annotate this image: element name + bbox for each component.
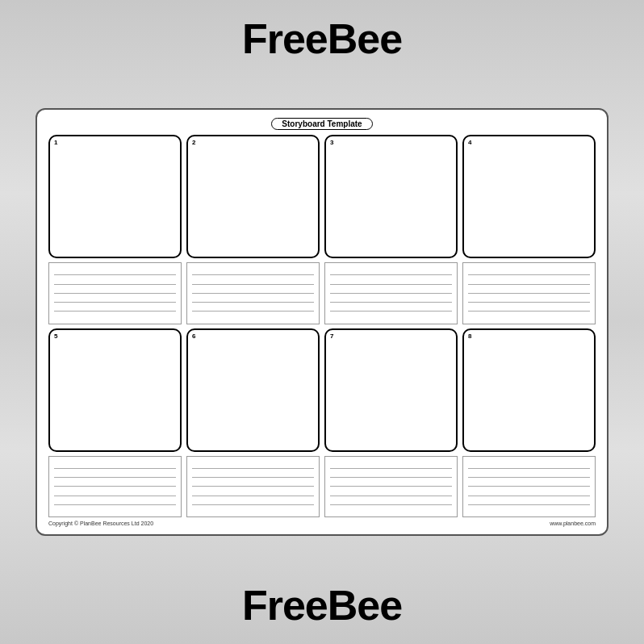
note-line <box>468 486 590 487</box>
note-line <box>54 496 176 496</box>
notes-cell-2 <box>186 262 320 324</box>
copyright-bar: Copyright © PlanBee Resources Ltd 2020 w… <box>48 519 596 528</box>
note-line <box>468 468 590 469</box>
note-line <box>468 302 590 303</box>
note-line <box>192 284 314 285</box>
frame-cell-7: 7 <box>324 328 458 452</box>
note-line <box>54 284 176 285</box>
frame-number-7: 7 <box>330 332 333 340</box>
note-line <box>54 486 176 487</box>
note-line <box>468 504 590 505</box>
note-line <box>468 311 590 312</box>
document-title: Storyboard Template <box>271 118 372 130</box>
frame-cell-3: 3 <box>324 135 458 258</box>
note-line <box>192 486 314 487</box>
notes-cell-1 <box>48 262 182 324</box>
notes-cell-6 <box>186 456 320 518</box>
note-line <box>330 274 452 275</box>
frame-number-5: 5 <box>54 332 57 340</box>
copyright-text: Copyright © PlanBee Resources Ltd 2020 <box>48 521 153 526</box>
note-line <box>330 284 452 285</box>
notes-cell-3 <box>324 262 458 324</box>
note-line <box>54 477 176 478</box>
note-line <box>330 486 452 487</box>
note-line <box>330 468 452 469</box>
storyboard-grid: 1 2 3 4 <box>48 135 596 528</box>
note-line <box>330 302 452 303</box>
notes-cell-7 <box>324 456 458 518</box>
note-line <box>330 311 452 312</box>
bottom-title: FreeBee <box>242 581 402 644</box>
note-line <box>192 274 314 275</box>
note-line <box>192 468 314 469</box>
frame-number-8: 8 <box>468 332 471 340</box>
frame-number-4: 4 <box>468 139 471 146</box>
frame-number-3: 3 <box>330 139 333 146</box>
frames-row-2: 5 6 7 8 <box>48 328 596 452</box>
note-line <box>192 496 314 496</box>
note-line <box>330 477 452 478</box>
note-line <box>192 302 314 303</box>
note-line <box>330 293 452 294</box>
website-text: www.planbee.com <box>550 521 596 526</box>
frame-cell-5: 5 <box>48 328 182 452</box>
note-line <box>468 293 590 294</box>
top-title: FreeBee <box>242 0 402 63</box>
document: Storyboard Template 1 2 3 4 <box>36 108 608 536</box>
frame-cell-2: 2 <box>186 135 320 258</box>
note-line <box>468 274 590 275</box>
note-line <box>330 504 452 505</box>
note-line <box>468 477 590 478</box>
notes-cell-4 <box>462 262 596 324</box>
frame-cell-8: 8 <box>462 328 596 452</box>
note-line <box>192 293 314 294</box>
notes-row-2 <box>48 456 596 518</box>
note-line <box>54 468 176 469</box>
note-line <box>54 274 176 275</box>
note-line <box>468 284 590 285</box>
note-line <box>192 477 314 478</box>
frame-cell-4: 4 <box>462 135 596 258</box>
note-line <box>468 496 590 496</box>
note-line <box>54 302 176 303</box>
note-line <box>192 504 314 505</box>
frame-cell-1: 1 <box>48 135 182 258</box>
frame-number-2: 2 <box>192 139 195 146</box>
note-line <box>54 293 176 294</box>
frame-cell-6: 6 <box>186 328 320 452</box>
notes-cell-5 <box>48 456 182 518</box>
notes-row-1 <box>48 262 596 324</box>
note-line <box>54 504 176 505</box>
frame-number-6: 6 <box>192 332 195 340</box>
frame-number-1: 1 <box>54 139 57 146</box>
notes-cell-8 <box>462 456 596 518</box>
note-line <box>330 496 452 496</box>
note-line <box>192 311 314 312</box>
frames-row-1: 1 2 3 4 <box>48 135 596 258</box>
note-line <box>54 311 176 312</box>
